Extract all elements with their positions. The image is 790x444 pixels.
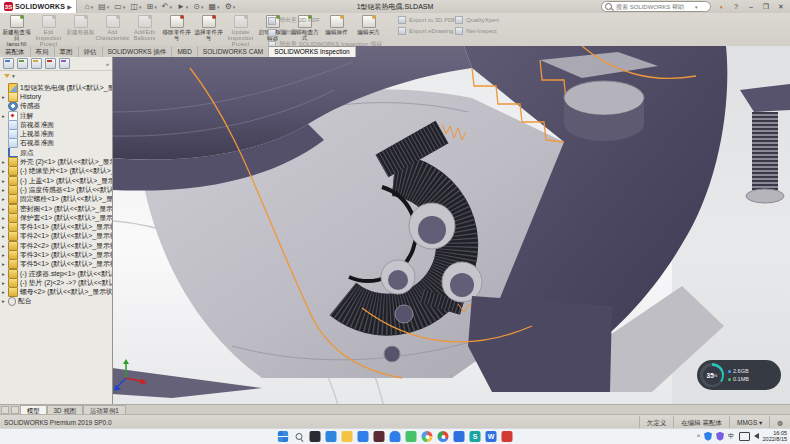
tree-item[interactable]: ▸ 零件5<1> (默认<<默认>_显示状态	[0, 260, 112, 269]
tree-item[interactable]: ▸ 零件1<1> (默认<<默认>_显示状态	[0, 222, 112, 231]
dimxpertmanager-tab-icon[interactable]	[45, 58, 56, 69]
quick-access-display-settings[interactable]: ▦▾	[209, 2, 220, 12]
corner-fin-stack[interactable]	[752, 112, 778, 190]
tree-item[interactable]: ▸ (-) 温度传感器<1> (默认<<默认>_	[0, 185, 112, 194]
display-tray-icon[interactable]	[739, 432, 750, 441]
system-monitor-overlay[interactable]: 35% 2.6GB 0.1MB	[697, 360, 781, 390]
start-button[interactable]	[278, 431, 289, 442]
search-input[interactable]	[614, 3, 692, 11]
security-shield-icon[interactable]	[704, 432, 712, 441]
minimize-button[interactable]: –	[746, 3, 756, 10]
ribbon-button[interactable]: 移除零件序号	[161, 14, 192, 41]
command-tab[interactable]: 布局	[31, 46, 55, 57]
tree-item[interactable]: ▸ (-) 绝缘垫片<1> (默认<<默认>_显	[0, 167, 112, 176]
command-tab[interactable]: SOLIDWORKS 插件	[103, 46, 173, 57]
export-menu-item[interactable]: Export to 3D PDF	[398, 16, 456, 24]
taskbar-app-file-explorer[interactable]	[342, 431, 353, 442]
propertymanager-tab-icon[interactable]	[17, 58, 28, 69]
tree-item[interactable]: ▸ 固定螺栓<1> (默认<<默认>_显示	[0, 195, 112, 204]
tray-clock[interactable]: 16:052022/8/15	[763, 430, 787, 443]
help-search-box[interactable]: ▾	[601, 1, 711, 12]
tree-item[interactable]: ▸ (-) 连接器.step<1> (默认<<默认>	[0, 269, 112, 278]
command-tab[interactable]: 装配体	[0, 46, 31, 57]
graphics-area[interactable]: 35% 2.6GB 0.1MB	[112, 46, 790, 404]
filter-dropdown-icon[interactable]: ▾	[12, 73, 15, 79]
taskbar-app-app-s[interactable]: S	[470, 431, 481, 442]
export-menu-item[interactable]: 导出至 2D PDF	[268, 16, 382, 25]
units-selector[interactable]: MMGS ▾	[729, 416, 769, 429]
tree-item[interactable]: ▸ 零件2<1> (默认<<默认>_显示状态	[0, 232, 112, 241]
ribbon-button[interactable]: Add Characteristic	[97, 14, 128, 41]
command-tab[interactable]: SOLIDWORKS Inspection	[269, 46, 356, 57]
tree-item[interactable]: ▸ 传感器	[0, 102, 112, 111]
tree-item[interactable]: ▸ 配合	[0, 297, 112, 306]
ribbon-button[interactable]: Add/Edit Balloons	[129, 14, 160, 41]
command-tab[interactable]: 评估	[79, 46, 103, 57]
tree-item[interactable]: ▸ 保护套<1> (默认<<默认>_显示状	[0, 213, 112, 222]
taskbar-app-chrome[interactable]	[438, 431, 449, 442]
ribbon-button[interactable]: Update Inspection Project	[225, 14, 256, 47]
taskbar-app-search[interactable]	[294, 431, 305, 442]
bottom-body[interactable]	[468, 296, 612, 392]
taskbar-app-app-red[interactable]	[502, 431, 513, 442]
close-button[interactable]: ✕	[776, 3, 786, 11]
login-icon[interactable]: ◖	[716, 3, 726, 10]
configurationmanager-tab-icon[interactable]	[31, 58, 42, 69]
ribbon-button[interactable]: Edit Inspection Project	[33, 14, 64, 47]
taskbar-app-app-dark[interactable]	[374, 431, 385, 442]
tree-item[interactable]: ▸ (-) 上盖<1> (默认<<默认>_显示状	[0, 176, 112, 185]
quick-access-open[interactable]: ▭▾	[114, 2, 125, 12]
ribbon-button[interactable]: 新建检查项目(amp;N)	[1, 14, 32, 47]
taskbar-app-wps[interactable]: W	[486, 431, 497, 442]
tree-item[interactable]: ▸ 外壳 (2)<1> (默认<<默认>_显示状	[0, 157, 112, 166]
tab-scroll-left-icon[interactable]	[1, 406, 9, 414]
export-menu-item[interactable]: Net-Inspect	[455, 27, 499, 35]
cad-model[interactable]	[112, 46, 790, 404]
taskbar-app-mail[interactable]	[358, 431, 369, 442]
tree-item[interactable]: ▸ 右视基准面	[0, 139, 112, 148]
taskbar-app-onedrive[interactable]	[390, 431, 401, 442]
tree-item[interactable]: ▸ 螺母<2> (默认<<默认>_显示状态	[0, 288, 112, 297]
quick-access-home[interactable]: ⌂▾	[85, 2, 93, 12]
tree-item[interactable]: ▸ 前视基准面	[0, 120, 112, 129]
tree-item[interactable]: ▸ (-) 垫片 (2)<2> ->? (默认<<默认>	[0, 278, 112, 287]
export-menu-item[interactable]: 导出至 Excel	[268, 28, 382, 37]
taskbar-app-photos[interactable]	[422, 431, 433, 442]
command-tab[interactable]: 草图	[55, 46, 79, 57]
quick-access-save[interactable]: ◫▾	[130, 2, 141, 12]
tab-scroll-right-icon[interactable]	[11, 406, 19, 414]
menu-expand-arrow-icon[interactable]: ▶	[67, 3, 72, 10]
ribbon-button[interactable]: 新建检视板	[65, 14, 96, 35]
command-tab[interactable]: SOLIDWORKS CAM	[198, 46, 269, 57]
quick-access-new-document[interactable]: ▤▾	[98, 2, 109, 12]
tree-item[interactable]: ▸ 原点	[0, 148, 112, 157]
tag-icon[interactable]: ◍	[769, 416, 790, 429]
ribbon-button[interactable]: 选择零件序号	[193, 14, 224, 41]
tree-item[interactable]: ▸ 零件2<2> (默认<<默认>_显示状态	[0, 241, 112, 250]
tree-item[interactable]: ▸ 注解	[0, 111, 112, 120]
volume-icon[interactable]	[754, 433, 759, 439]
tree-item[interactable]: ▸ 上视基准面	[0, 129, 112, 138]
export-menu-item[interactable]: Export eDrawing	[398, 27, 456, 35]
taskbar-app-task-view[interactable]	[310, 431, 321, 442]
quick-access-options[interactable]: ⚙▾	[225, 2, 236, 12]
restore-button[interactable]: ❐	[761, 3, 771, 11]
quick-access-rebuild[interactable]: ⊙▾	[193, 2, 203, 12]
boss-cylinder-face[interactable]	[564, 81, 644, 115]
tray-expand-chevron-icon[interactable]: ^	[697, 433, 700, 440]
tree-root[interactable]: 1型铠装热电偶 (默认<默认>_显示状态-1	[0, 83, 112, 92]
ime-indicator[interactable]: 中	[728, 432, 735, 441]
tree-filter-row[interactable]: ▾	[0, 71, 112, 81]
quick-access-select[interactable]: ►▾	[177, 2, 188, 12]
taskbar-app-app-green[interactable]	[406, 431, 417, 442]
taskbar-app-edge[interactable]	[326, 431, 337, 442]
featuremanager-tab-icon[interactable]	[3, 58, 14, 69]
antivirus-shield-icon[interactable]	[716, 432, 724, 441]
bottom-left-sliver[interactable]	[112, 368, 262, 398]
taskbar-app-app-blue[interactable]	[454, 431, 465, 442]
displaymanager-tab-icon[interactable]	[59, 58, 70, 69]
panel-tabs-overflow-chevron[interactable]: »	[106, 61, 109, 67]
tree-item[interactable]: ▸ History	[0, 92, 112, 101]
command-tab[interactable]: MBD	[172, 46, 197, 57]
tree-item[interactable]: ▸ 密封圈<1> (默认<<默认>_显示状	[0, 204, 112, 213]
